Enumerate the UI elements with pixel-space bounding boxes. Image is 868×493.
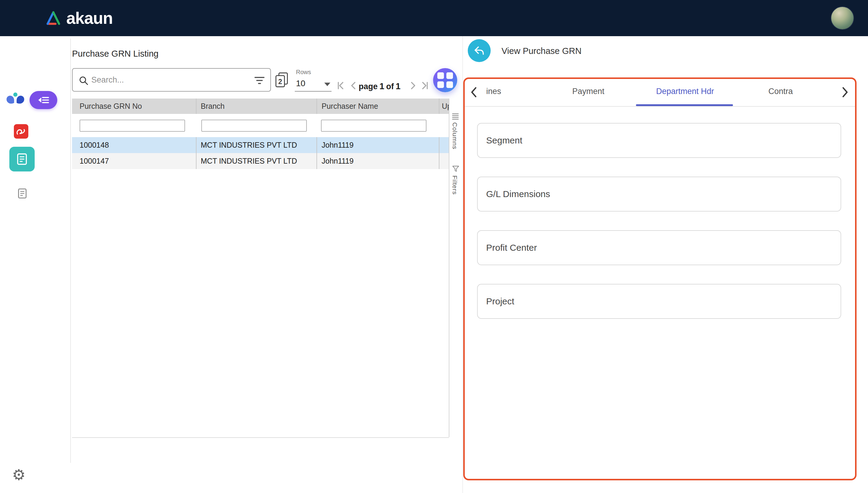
pagination-first-button[interactable] [335, 80, 346, 92]
back-button[interactable] [468, 39, 491, 62]
section-card-segment[interactable]: Segment [477, 123, 841, 158]
cell-clipped [439, 137, 449, 153]
brand-name: akaun [66, 9, 113, 26]
content-left-divider [70, 39, 71, 463]
menu-expand-icon [38, 96, 49, 104]
table-bottom-divider [72, 437, 449, 438]
search-box [72, 68, 271, 92]
table-header: Purchase GRN No Branch Purchaser Name Up [72, 99, 449, 114]
chevron-right-icon [840, 86, 850, 99]
sidebar-expand-button[interactable] [29, 91, 57, 109]
rows-per-page-select[interactable]: 10 [296, 77, 331, 92]
funnel-icon [452, 165, 459, 172]
chevron-down-icon [324, 83, 330, 86]
sidebar-item-grn-listing-active[interactable] [9, 147, 35, 171]
sidebar-item-documents[interactable] [16, 187, 28, 200]
rows-value: 10 [296, 79, 305, 88]
first-page-icon [335, 80, 346, 91]
column-filter-row [72, 114, 449, 137]
document-outline-icon [16, 187, 28, 200]
sidebar-item-pdf[interactable] [14, 124, 28, 138]
user-avatar[interactable] [831, 6, 854, 30]
filter-input-branch[interactable] [201, 120, 307, 132]
sidebar: ⚙ [0, 36, 45, 493]
document-list-icon [15, 152, 29, 166]
pagination-last-button[interactable] [419, 80, 430, 92]
section-card-project[interactable]: Project [477, 284, 841, 319]
filters-rail-label[interactable]: Filters [451, 175, 458, 195]
chevron-left-icon [469, 86, 479, 99]
page-title: Purchase GRN Listing [72, 49, 158, 59]
filter-input-grn-no[interactable] [80, 120, 185, 132]
pages-count: 2 [278, 78, 282, 86]
tab-payment[interactable]: Payment [561, 87, 616, 96]
search-icon [78, 75, 89, 86]
cell-clipped [439, 153, 449, 169]
grid-view-button[interactable] [433, 68, 457, 92]
search-input[interactable] [91, 69, 248, 90]
chevron-left-icon [348, 80, 359, 91]
chevron-right-icon [408, 80, 418, 91]
active-tab-underline [636, 104, 733, 106]
last-page-icon [419, 80, 430, 91]
cell-purchaser-name: John1119 [317, 153, 439, 169]
pagination-status: page1of1 [359, 81, 403, 91]
section-card-gl-dimensions[interactable]: G/L Dimensions [477, 177, 841, 212]
column-header-purchase-grn-no[interactable]: Purchase GRN No [72, 99, 196, 114]
filter-input-purchaser[interactable] [321, 120, 427, 132]
filters-rail-button[interactable] [452, 165, 459, 174]
column-header-branch[interactable]: Branch [196, 99, 317, 114]
cell-purchaser-name: John1119 [317, 137, 439, 153]
column-header-purchaser-name[interactable]: Purchaser Name [317, 99, 439, 114]
section-card-label: Profit Center [478, 231, 841, 264]
hands-icon [5, 89, 25, 109]
top-navigation-bar: akaun [0, 0, 868, 36]
cell-branch: MCT INDUSTRIES PVT LTD [196, 137, 317, 153]
tab-lines-clipped[interactable]: ines [482, 87, 506, 96]
section-card-label: G/L Dimensions [478, 177, 841, 211]
reply-arrow-icon [473, 45, 485, 57]
settings-icon[interactable]: ⚙ [12, 467, 26, 484]
gear-glyph: ⚙ [12, 467, 26, 484]
tabbar-divider [465, 106, 855, 107]
filter-list-icon[interactable] [254, 76, 265, 86]
duplicate-pages-icon[interactable]: 2 [275, 72, 289, 89]
columns-rail-button[interactable] [452, 113, 459, 121]
rows-label: Rows [296, 69, 311, 76]
tabs-scroll-left-button[interactable] [469, 86, 479, 100]
section-card-label: Project [478, 284, 841, 318]
section-card-profit-center[interactable]: Profit Center [477, 230, 841, 265]
detail-title: View Purchase GRN [501, 45, 581, 57]
tab-department-hdr[interactable]: Department Hdr [642, 87, 729, 96]
pagination-prev-button[interactable] [348, 80, 359, 92]
tab-contra[interactable]: Contra [759, 87, 802, 96]
columns-icon [452, 113, 459, 120]
hands-module-icon[interactable] [5, 89, 25, 109]
pagination-next-button[interactable] [408, 80, 418, 92]
rows-select-underline [295, 91, 331, 92]
section-card-label: Segment [478, 124, 841, 157]
table-row[interactable]: 1000147 MCT INDUSTRIES PVT LTD John1119 [72, 153, 449, 169]
tabs-scroll-right-button[interactable] [840, 86, 850, 100]
columns-rail-label[interactable]: Columns [451, 122, 458, 149]
brand-logo[interactable]: akaun [45, 9, 113, 26]
column-header-clipped[interactable]: Up [439, 99, 449, 114]
grid-icon [437, 72, 453, 88]
cell-purchase-grn-no: 1000147 [72, 153, 196, 169]
pdf-icon [14, 124, 28, 138]
cell-purchase-grn-no: 1000148 [72, 137, 196, 153]
table-row-selected[interactable]: 1000148 MCT INDUSTRIES PVT LTD John1119 [72, 137, 449, 153]
logo-triangle-icon [45, 10, 62, 26]
cell-branch: MCT INDUSTRIES PVT LTD [196, 153, 317, 169]
